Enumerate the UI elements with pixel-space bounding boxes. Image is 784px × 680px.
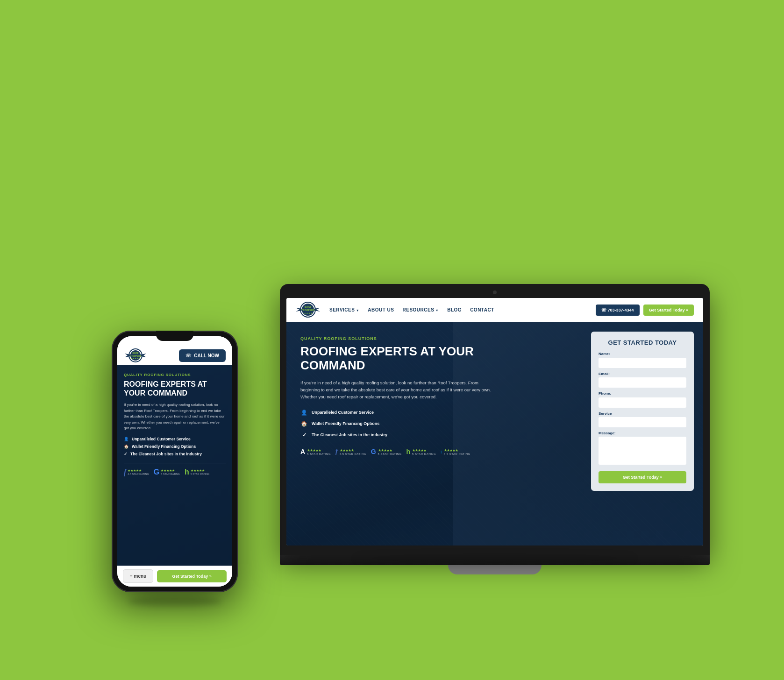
phone-hero-description: If you're in need of a high quality roof…	[124, 402, 226, 431]
svg-text:TROOPERS: TROOPERS	[129, 355, 141, 357]
name-input[interactable]	[599, 358, 686, 368]
hero-title: ROOFING EXPERTS AT YOUR COMMAND	[300, 345, 497, 373]
phone-outer: ROOF TROOPERS ★★★★★ ☏ CALL NOW QUALITY R	[112, 331, 238, 592]
hero-content: QUALITY ROOFING SOLUTIONS ROOFING EXPERT…	[300, 336, 497, 455]
phone-ratings: f ★★★★★ 4.5 STAR RATING G ★★★★★	[124, 463, 226, 476]
nav-about[interactable]: ABOUT US	[368, 307, 394, 312]
laptop-reflection	[355, 555, 635, 562]
phone-input[interactable]	[599, 397, 686, 408]
laptop-camera	[493, 290, 497, 294]
phone-hero-title: ROOFING EXPERTS AT YOUR COMMAND	[124, 380, 226, 397]
phone-hero-tag: QUALITY ROOFING SOLUTIONS	[124, 373, 226, 377]
phone: ROOF TROOPERS ★★★★★ ☏ CALL NOW QUALITY R	[112, 331, 238, 592]
laptop-stand	[448, 565, 542, 574]
phone-hero-section: QUALITY ROOFING SOLUTIONS ROOFING EXPERT…	[117, 365, 232, 566]
nav-resources[interactable]: RESOURCES	[403, 307, 439, 312]
customer-service-icon: 👤	[300, 409, 308, 416]
phone-rating-google: G ★★★★★ 5 STAR RATING	[154, 468, 180, 476]
nav-contact[interactable]: CONTACT	[470, 307, 494, 312]
phone-rating-houzz: h ★★★★★ 5 STAR RATING	[185, 468, 210, 476]
rating-facebook: f ★★★★★ 4.5 STAR RATING	[335, 448, 366, 455]
site-nav: SERVICES ABOUT US RESOURCES BLOG CONTACT	[329, 307, 586, 312]
financing-icon: 🏠	[300, 420, 308, 427]
phone-footer: ≡ menu Get Started Today »	[117, 565, 232, 587]
nav-services[interactable]: SERVICES	[329, 307, 359, 312]
hero-feature-1: 👤 Unparalleled Customer Service	[300, 409, 497, 416]
phone-rating-fb: f ★★★★★ 4.5 STAR RATING	[124, 468, 149, 476]
hero-feature-3: ✓ The Cleanest Job sites in the industry	[300, 431, 497, 439]
svg-text:TROOPERS: TROOPERS	[301, 309, 315, 312]
phone-label: Phone:	[599, 391, 686, 396]
rating-google: G ★★★★★ 5 STAR RATING	[371, 448, 402, 455]
phone-features: 👤 Unparalleled Customer Service 🏠 Wallet…	[124, 437, 226, 456]
header-cta: ☏ 703-337-4344 Get Started Today »	[596, 305, 694, 316]
phone-cs-icon: 👤	[124, 437, 129, 441]
phone-notch	[156, 331, 193, 341]
phone-call-button[interactable]: ☏ CALL NOW	[179, 349, 226, 362]
service-label: Service	[599, 411, 686, 416]
email-input[interactable]	[599, 377, 686, 388]
phone-feature-3: ✓ The Cleanest Job sites in the industry	[124, 452, 226, 456]
phone-hero-content: QUALITY ROOFING SOLUTIONS ROOFING EXPERT…	[117, 365, 232, 482]
service-input[interactable]	[599, 417, 686, 427]
nav-blog[interactable]: BLOG	[447, 307, 462, 312]
ratings-row: A ★★★★★ 5 STAR RATING f ★★★★★ 4	[300, 448, 497, 455]
email-label: Email:	[599, 372, 686, 376]
phone-fin-icon: 🏠	[124, 444, 129, 449]
phone-cta-button[interactable]: Get Started Today »	[157, 570, 227, 582]
contact-form: GET STARTED TODAY Name: Email: Phone: Se…	[591, 332, 694, 491]
cleanest-icon: ✓	[300, 431, 308, 439]
phone-feature-1: 👤 Unparalleled Customer Service	[124, 437, 226, 441]
hero-tag: QUALITY ROOFING SOLUTIONS	[300, 336, 497, 341]
phone-logo: ROOF TROOPERS ★★★★★	[124, 347, 147, 364]
svg-text:★★★★★: ★★★★★	[131, 358, 140, 360]
svg-text:ROOF: ROOF	[133, 352, 139, 354]
phone-feature-2: 🏠 Wallet Friendly Financing Options	[124, 444, 226, 449]
phone-screen: ROOF TROOPERS ★★★★★ ☏ CALL NOW QUALITY R	[117, 336, 232, 587]
laptop-logo: ROOF TROOPERS ★★★★★	[296, 299, 320, 321]
hero-description: If you're in need of a high quality roof…	[300, 379, 497, 401]
phone-reflection	[128, 597, 221, 606]
rating-angi: A ★★★★★ 5 STAR RATING	[300, 448, 331, 455]
site-header: ROOF TROOPERS ★★★★★ SERVICES ABOUT US RE…	[286, 298, 703, 322]
hero-feature-2: 🏠 Wallet Friendly Financing Options	[300, 420, 497, 427]
phone-call-label: CALL NOW	[194, 353, 219, 358]
logo-area: ROOF TROOPERS ★★★★★	[296, 299, 320, 321]
hero-section: QUALITY ROOFING SOLUTIONS ROOFING EXPERT…	[286, 322, 703, 545]
phone-button[interactable]: ☏ 703-337-4344	[596, 305, 640, 316]
get-started-header-button[interactable]: Get Started Today »	[643, 305, 694, 316]
laptop: ROOF TROOPERS ★★★★★ SERVICES ABOUT US RE…	[280, 284, 710, 583]
rating-houzz: h ★★★★★ 5 STAR RATING	[406, 448, 436, 455]
form-title: GET STARTED TODAY	[599, 339, 686, 346]
rating-bbb: i ★★★★★ 4.5 STAR RATING	[441, 448, 470, 455]
phone-call-icon: ☏	[185, 353, 192, 358]
phone-clean-icon: ✓	[124, 452, 128, 456]
hero-features: 👤 Unparalleled Customer Service 🏠 Wallet…	[300, 409, 497, 439]
message-label: Message:	[599, 431, 686, 435]
laptop-screen: ROOF TROOPERS ★★★★★ SERVICES ABOUT US RE…	[286, 298, 703, 545]
svg-text:★★★★★: ★★★★★	[303, 312, 313, 314]
laptop-body: ROOF TROOPERS ★★★★★ SERVICES ABOUT US RE…	[280, 284, 710, 555]
name-label: Name:	[599, 352, 686, 356]
form-submit-button[interactable]: Get Started Today »	[599, 471, 686, 483]
scene: ROOF TROOPERS ★★★★★ SERVICES ABOUT US RE…	[65, 60, 719, 620]
message-textarea[interactable]	[599, 437, 686, 465]
phone-menu-button[interactable]: ≡ menu	[123, 569, 153, 583]
